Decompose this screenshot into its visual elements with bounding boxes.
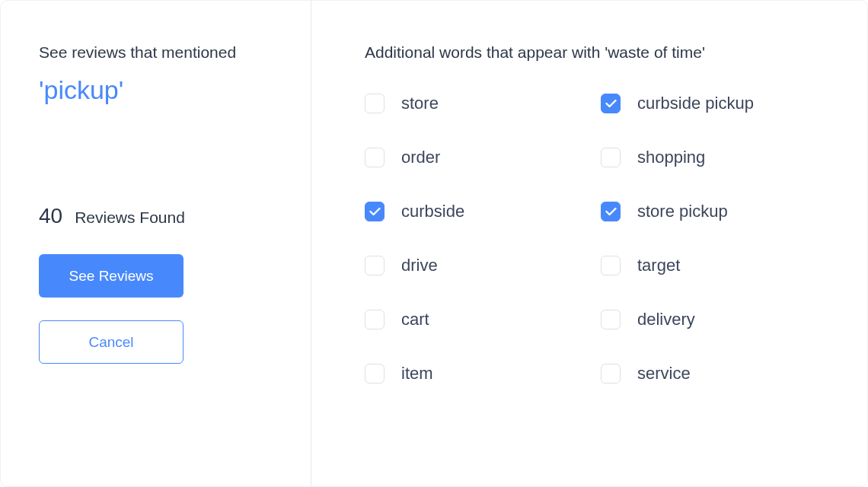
checkbox-item[interactable]: shopping — [601, 148, 837, 167]
left-panel: See reviews that mentioned 'pickup' 40 R… — [1, 1, 311, 486]
checkbox-label: shopping — [637, 148, 705, 167]
checkbox-item[interactable]: target — [601, 256, 837, 275]
checkbox-label: store pickup — [637, 202, 728, 221]
dialog-container: See reviews that mentioned 'pickup' 40 R… — [0, 0, 868, 487]
keyword-text: 'pickup' — [39, 75, 273, 105]
see-reviews-button[interactable]: See Reviews — [39, 254, 183, 298]
checkbox-unchecked-icon[interactable] — [601, 310, 621, 329]
checkbox-item[interactable]: service — [601, 364, 837, 384]
checkbox-label: drive — [401, 256, 438, 275]
checkbox-grid: storecurbside pickupordershoppingcurbsid… — [365, 94, 837, 384]
reviews-found-row: 40 Reviews Found — [39, 204, 273, 228]
checkbox-checked-icon[interactable] — [365, 202, 385, 221]
checkbox-item[interactable]: curbside — [365, 202, 601, 221]
reviews-count: 40 — [39, 204, 62, 228]
checkbox-label: curbside pickup — [637, 94, 754, 113]
checkbox-item[interactable]: curbside pickup — [601, 94, 837, 113]
checkbox-item[interactable]: item — [365, 364, 601, 384]
checkbox-unchecked-icon[interactable] — [365, 256, 385, 275]
checkbox-unchecked-icon[interactable] — [601, 364, 621, 384]
checkbox-item[interactable]: drive — [365, 256, 601, 275]
reviews-found-label: Reviews Found — [75, 208, 185, 227]
right-heading: Additional words that appear with 'waste… — [365, 43, 837, 62]
checkbox-label: cart — [401, 310, 429, 329]
right-panel: Additional words that appear with 'waste… — [311, 1, 867, 486]
cancel-button[interactable]: Cancel — [39, 320, 183, 364]
checkbox-item[interactable]: cart — [365, 310, 601, 329]
checkbox-unchecked-icon[interactable] — [365, 364, 385, 384]
checkbox-checked-icon[interactable] — [601, 202, 621, 221]
checkbox-checked-icon[interactable] — [601, 94, 621, 113]
checkbox-unchecked-icon[interactable] — [365, 148, 385, 167]
checkbox-label: order — [401, 148, 440, 167]
checkbox-item[interactable]: store — [365, 94, 601, 113]
checkbox-unchecked-icon[interactable] — [601, 148, 621, 167]
checkbox-label: target — [637, 256, 680, 275]
checkbox-label: curbside — [401, 202, 464, 221]
checkbox-item[interactable]: delivery — [601, 310, 837, 329]
checkbox-unchecked-icon[interactable] — [365, 94, 385, 113]
checkbox-unchecked-icon[interactable] — [365, 310, 385, 329]
left-heading: See reviews that mentioned — [39, 43, 273, 62]
checkbox-label: item — [401, 364, 433, 384]
checkbox-item[interactable]: store pickup — [601, 202, 837, 221]
checkbox-label: service — [637, 364, 691, 384]
checkbox-label: store — [401, 94, 439, 113]
checkbox-item[interactable]: order — [365, 148, 601, 167]
checkbox-label: delivery — [637, 310, 695, 329]
checkbox-unchecked-icon[interactable] — [601, 256, 621, 275]
